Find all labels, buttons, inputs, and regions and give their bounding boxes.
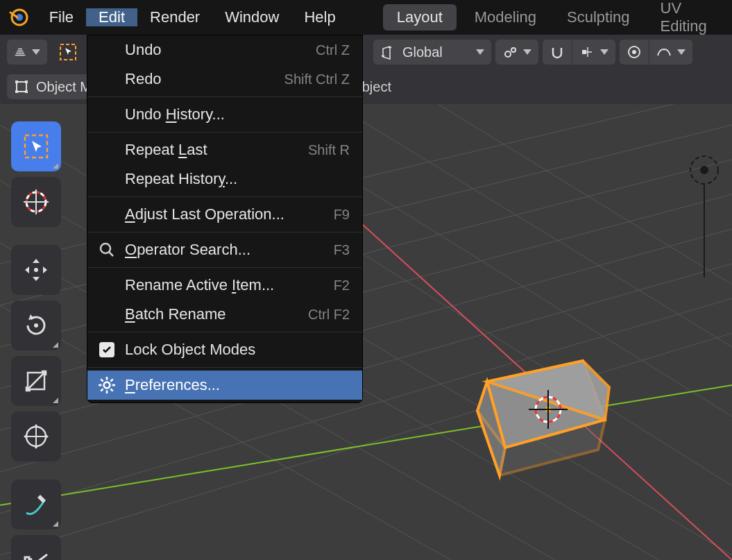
menu-separator [87, 232, 362, 232]
menu-item-undo-history[interactable]: Undo History... [87, 100, 362, 129]
menu-edit[interactable]: Edit [86, 8, 137, 26]
tool-move[interactable] [11, 245, 61, 295]
svg-point-7 [632, 50, 636, 54]
menu-item-label: Repeat Last [125, 141, 207, 159]
checkbox-icon [97, 340, 117, 359]
menu-item-redo[interactable]: RedoShift Ctrl Z [87, 65, 362, 94]
pivot-button[interactable] [495, 40, 538, 65]
menu-item-shortcut: F2 [334, 278, 350, 294]
snap-group [543, 40, 615, 65]
svg-point-49 [34, 323, 38, 328]
menu-item-shortcut: Ctrl Z [316, 42, 350, 58]
svg-line-59 [101, 379, 103, 381]
menu-item-label: Batch Rename [125, 305, 226, 323]
tool-transform[interactable] [11, 411, 61, 461]
menu-separator [87, 96, 362, 97]
menu-item-batch-rename[interactable]: Batch RenameCtrl F2 [87, 300, 362, 329]
svg-line-53 [109, 252, 113, 256]
svg-point-48 [34, 268, 38, 272]
tool-annotate[interactable] [11, 480, 61, 529]
svg-rect-11 [15, 90, 18, 93]
menu-item-label: Preferences... [125, 376, 220, 394]
menu-separator [87, 196, 362, 197]
blender-logo-icon [0, 0, 37, 35]
chevron-down-icon [677, 49, 686, 55]
menu-separator [87, 332, 362, 332]
menu-item-repeat-history[interactable]: Repeat History... [87, 164, 362, 194]
tool-cursor[interactable] [11, 177, 61, 227]
proportional-toggle[interactable] [620, 40, 649, 65]
svg-point-41 [700, 166, 708, 174]
menu-item-preferences[interactable]: Preferences... [87, 371, 362, 400]
menu-separator [87, 267, 362, 268]
orientation-label: Global [402, 44, 443, 60]
svg-point-3 [505, 51, 511, 57]
menu-item-label: Undo [125, 41, 162, 59]
menu-item-operator-search[interactable]: Operator Search...F3 [87, 235, 362, 264]
snap-toggle[interactable] [543, 40, 572, 65]
chevron-down-icon [523, 49, 531, 55]
tool-rotate[interactable] [11, 300, 61, 350]
menu-item-undo[interactable]: UndoCtrl Z [87, 35, 362, 65]
workspace-tabs: LayoutModelingSculptingUV Editing [380, 0, 732, 35]
proportional-group [620, 40, 692, 65]
menu-item-label: Repeat History... [125, 170, 237, 188]
chevron-down-icon [32, 49, 40, 55]
pivot-group [495, 40, 538, 65]
tool-scale[interactable] [11, 356, 61, 406]
menu-item-label: Rename Active Item... [125, 276, 274, 294]
svg-point-54 [104, 382, 110, 389]
menu-help[interactable]: Help [291, 8, 348, 26]
menu-window[interactable]: Window [212, 8, 291, 26]
workspace-tab-uv-editing[interactable]: UV Editing [645, 0, 732, 35]
svg-point-52 [101, 244, 110, 253]
svg-rect-12 [25, 90, 28, 93]
menu-separator [87, 132, 362, 133]
tool-measure[interactable] [11, 535, 61, 560]
tool-column [11, 121, 61, 560]
workspace-tab-layout[interactable]: Layout [383, 4, 457, 31]
svg-line-60 [110, 389, 112, 391]
svg-rect-8 [17, 82, 26, 92]
edit-menu-dropdown: UndoCtrl ZRedoShift Ctrl ZUndo History..… [87, 35, 363, 403]
menubar: FileEditRenderWindowHelp [37, 0, 348, 35]
svg-line-61 [101, 389, 103, 391]
menu-item-shortcut: Shift Ctrl Z [284, 71, 350, 87]
orientation-icon [380, 44, 395, 60]
menu-item-label: Undo History... [125, 105, 225, 124]
selection-mode-button[interactable] [51, 40, 85, 65]
menu-item-shortcut: F9 [334, 207, 350, 223]
svg-line-62 [110, 379, 112, 381]
orientation-dropdown[interactable]: Global [373, 40, 491, 65]
menu-item-rename-active-item[interactable]: Rename Active Item...F2 [87, 271, 362, 300]
object-mode-icon [14, 79, 29, 94]
menu-render[interactable]: Render [137, 8, 212, 26]
default-cube[interactable] [477, 361, 609, 475]
snap-options[interactable] [572, 40, 615, 65]
svg-point-4 [511, 48, 516, 52]
top-menu-bar: FileEditRenderWindowHelp LayoutModelingS… [0, 0, 732, 35]
light-object-icon[interactable] [690, 156, 718, 278]
menu-item-repeat-last[interactable]: Repeat LastShift R [87, 135, 362, 164]
chevron-down-icon [476, 49, 484, 55]
search-icon [97, 240, 117, 260]
gear-icon [97, 375, 117, 395]
menu-item-shortcut: F3 [334, 242, 350, 258]
menu-item-label: Lock Object Modes [125, 341, 255, 359]
workspace-tab-sculpting[interactable]: Sculpting [552, 0, 645, 35]
chevron-down-icon [600, 49, 608, 55]
menu-item-lock-object-modes[interactable]: Lock Object Modes [87, 335, 362, 364]
editor-type-button[interactable] [7, 40, 47, 65]
svg-rect-10 [25, 80, 28, 83]
workspace-tab-modeling[interactable]: Modeling [459, 0, 552, 35]
menu-item-label: Adjust Last Operation... [125, 205, 284, 223]
menu-file[interactable]: File [37, 8, 86, 26]
menu-item-shortcut: Ctrl F2 [308, 307, 350, 323]
proportional-options[interactable] [649, 40, 692, 65]
menu-item-label: Operator Search... [125, 241, 250, 259]
menu-item-label: Redo [125, 70, 162, 88]
menu-item-adjust-last-operation[interactable]: Adjust Last Operation...F9 [87, 200, 362, 229]
svg-rect-9 [15, 80, 18, 83]
menu-item-shortcut: Shift R [308, 142, 350, 158]
tool-select-box[interactable] [11, 121, 61, 171]
